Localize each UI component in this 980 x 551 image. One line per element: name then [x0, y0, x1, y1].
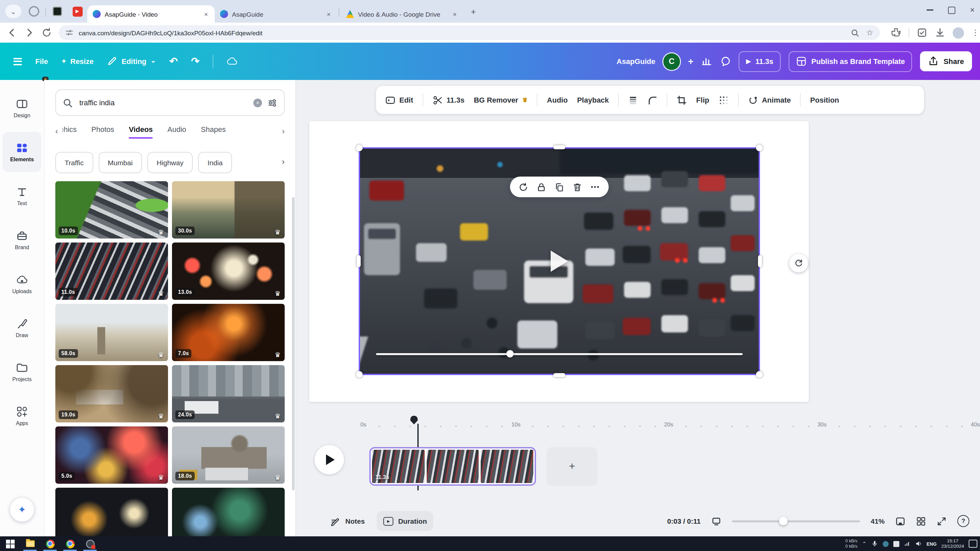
browser-tab-active[interactable]: AsapGuide - Video × [88, 5, 215, 23]
pages-view-icon[interactable] [895, 516, 905, 526]
video-play-overlay-icon[interactable] [550, 251, 568, 272]
tab-search-button[interactable]: ⌄ [5, 5, 21, 18]
resize-handle-nw[interactable] [356, 144, 363, 151]
tab-close-icon[interactable]: × [325, 10, 332, 17]
screen-recorder-button[interactable] [80, 536, 100, 551]
tab-close-icon[interactable]: × [451, 10, 458, 17]
fullscreen-icon[interactable] [937, 516, 947, 526]
rotate-element-handle[interactable] [789, 254, 808, 273]
animate-button[interactable]: Animate [748, 95, 791, 105]
grid-view-icon[interactable] [916, 516, 926, 526]
close-icon[interactable]: × [970, 6, 975, 14]
extensions-puzzle-icon[interactable] [891, 27, 901, 38]
search-icon[interactable] [851, 28, 859, 37]
help-button[interactable]: ? [957, 515, 969, 527]
panel-scrollbar[interactable] [292, 197, 295, 491]
video-thumbnail[interactable]: 5.0s♛ [55, 426, 168, 484]
tab-audio[interactable]: Audio [167, 125, 186, 138]
share-button[interactable]: Share [920, 51, 972, 71]
editing-mode-dropdown[interactable]: Editing ⌄ [107, 56, 156, 67]
zoom-slider-handle[interactable] [779, 517, 788, 526]
browser-tab[interactable]: Video & Audio - Google Drive × [340, 5, 463, 23]
bookmark-star-icon[interactable]: ☆ [866, 28, 873, 37]
publish-brand-template-button[interactable]: Publish as Brand Template [789, 51, 912, 71]
new-tab-button[interactable]: + [466, 4, 480, 19]
more-options-icon[interactable]: ••• [591, 184, 600, 190]
preview-play-button[interactable]: ▶ 11.3s [739, 51, 781, 71]
insights-chart-icon[interactable] [702, 56, 712, 67]
comment-icon[interactable] [720, 56, 731, 67]
video-thumbnail[interactable]: 19.0s♛ [55, 365, 168, 422]
maximize-icon[interactable] [948, 6, 955, 14]
dissolve-effect-icon[interactable] [719, 95, 729, 105]
video-thumbnail[interactable]: 18.0s♛ [172, 426, 285, 484]
chip-traffic[interactable]: Traffic [55, 152, 93, 173]
fit-screen-icon[interactable] [711, 516, 721, 526]
network-icon[interactable] [904, 540, 911, 547]
timeline-clip[interactable]: 11.3s [369, 447, 536, 486]
zoom-level[interactable]: 41% [871, 517, 885, 525]
video-thumbnail[interactable]: 30.0s♛ [172, 181, 285, 238]
search-input[interactable] [78, 98, 248, 107]
file-menu[interactable]: File [35, 57, 48, 65]
transparency-icon[interactable] [628, 95, 638, 105]
tab-videos[interactable]: Videos [129, 125, 153, 138]
volume-icon[interactable] [915, 540, 922, 547]
microphone-icon[interactable] [871, 540, 878, 547]
tray-window-icon[interactable] [893, 541, 899, 547]
notes-button[interactable]: Notes [331, 516, 365, 526]
chips-scroll-right-icon[interactable]: › [279, 157, 285, 167]
resize-handle-se[interactable] [756, 371, 763, 378]
sidebar-item-brand[interactable]: ♛ Brand [3, 220, 41, 260]
video-thumbnail[interactable]: 10.0s♛ [55, 181, 168, 238]
lock-icon[interactable] [537, 182, 546, 192]
download-icon[interactable] [935, 27, 945, 38]
trim-button[interactable]: 11.3s [433, 95, 465, 105]
resize-handle-e[interactable] [758, 255, 762, 267]
bg-remover-button[interactable]: BG Remover ♛ [474, 96, 527, 104]
canvas-page[interactable] [309, 121, 809, 402]
sidebar-item-elements[interactable]: Elements [3, 132, 41, 172]
tab-close-icon[interactable]: × [203, 10, 209, 17]
cloud-saved-icon[interactable] [227, 56, 237, 67]
playback-button[interactable]: Playback [577, 96, 609, 104]
browser-tab[interactable]: AsapGuide × [215, 5, 337, 23]
redo-button[interactable]: ↷ [191, 55, 199, 67]
resize-handle-n[interactable] [553, 145, 565, 149]
tabs-scroll-left-icon[interactable]: ‹ [55, 127, 65, 136]
user-avatar[interactable]: C [663, 53, 680, 70]
sidebar-item-projects[interactable]: Projects [3, 352, 41, 392]
video-thumbnail[interactable] [172, 488, 285, 536]
sidebar-item-uploads[interactable]: Uploads [3, 264, 41, 304]
video-thumbnail[interactable]: 24.0s♛ [172, 365, 285, 422]
canva-assistant-button[interactable]: ✦ [10, 498, 34, 522]
tray-expand-icon[interactable]: ⌃ [862, 541, 866, 547]
tab-photos[interactable]: Photos [91, 125, 115, 138]
add-clip-button[interactable]: + [547, 447, 597, 486]
main-menu-icon[interactable] [13, 58, 22, 65]
tabs-scroll-right-icon[interactable]: › [275, 127, 285, 136]
resize-handle-sw[interactable] [356, 371, 363, 378]
site-settings-icon[interactable] [65, 29, 73, 37]
resize-handle-ne[interactable] [756, 144, 763, 151]
refresh-icon[interactable] [41, 27, 52, 38]
sidebar-item-draw[interactable]: Draw [3, 308, 41, 348]
extension-icon[interactable] [917, 27, 928, 38]
start-button[interactable] [0, 536, 20, 551]
tray-app-icon[interactable] [883, 541, 889, 547]
browser-profile-avatar[interactable] [953, 27, 964, 38]
file-explorer-button[interactable] [20, 536, 40, 551]
tab-shapes[interactable]: Shapes [201, 125, 226, 138]
audio-button[interactable]: Audio [547, 96, 568, 104]
chrome-button[interactable] [40, 536, 60, 551]
search-box[interactable]: × [55, 89, 285, 116]
delete-trash-icon[interactable] [573, 182, 582, 192]
sidebar-item-apps[interactable]: Apps [3, 396, 41, 436]
language-indicator[interactable]: ENG [927, 541, 937, 546]
video-thumbnail[interactable] [55, 488, 168, 536]
flip-button[interactable]: Flip [696, 96, 710, 104]
position-button[interactable]: Position [810, 96, 839, 104]
sidebar-item-text[interactable]: Text [3, 176, 41, 216]
video-thumbnail[interactable]: 11.0s♛ [55, 243, 168, 300]
pinned-tab-notes[interactable] [49, 3, 66, 20]
